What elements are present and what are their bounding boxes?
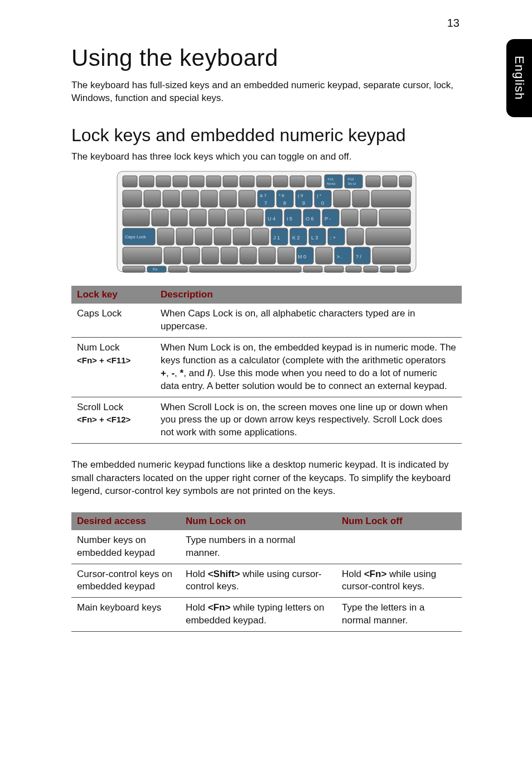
svg-rect-25 (182, 190, 199, 207)
key-combo: <Fn> (364, 569, 387, 579)
cell-text: , and (183, 368, 207, 378)
svg-rect-22 (123, 190, 142, 207)
keyboard-illustration: F11NumLk F12Scr Lk & 77 * 88 ( 99 ) *0 U… (116, 170, 417, 273)
table-row: Main keyboard keys Hold <Fn> while typin… (71, 598, 462, 632)
svg-rect-73 (347, 228, 364, 245)
cell-text: Hold (342, 569, 364, 579)
table-row: Scroll Lock <Fn> + <F12> When Scroll Loc… (71, 397, 462, 444)
cell-text: Hold (186, 602, 208, 613)
svg-rect-7 (223, 176, 238, 187)
svg-rect-57 (379, 209, 410, 226)
key-combo: <Fn> + <F12> (77, 415, 130, 424)
svg-text:* 8: * 8 (279, 193, 284, 198)
svg-rect-68 (252, 228, 269, 245)
svg-rect-84 (221, 247, 238, 264)
key-combo: <Fn> (208, 602, 231, 613)
svg-rect-63 (157, 228, 174, 245)
svg-rect-55 (341, 209, 358, 226)
svg-text:J  1: J 1 (273, 235, 280, 241)
table-cell: Hold <Fn> while typing letters on embedd… (180, 598, 336, 632)
svg-text:0: 0 (321, 200, 324, 206)
svg-rect-35 (371, 190, 410, 207)
svg-rect-98 (168, 266, 187, 272)
svg-rect-101 (325, 266, 344, 272)
language-tab: English (506, 39, 532, 117)
table-header: Description (155, 286, 462, 304)
svg-rect-27 (220, 190, 236, 207)
svg-rect-12 (307, 176, 321, 187)
table-cell: Main keyboard keys (71, 598, 180, 632)
svg-rect-81 (164, 247, 181, 264)
svg-rect-64 (176, 228, 193, 245)
svg-rect-82 (183, 247, 200, 264)
svg-text:& 7: & 7 (260, 193, 267, 198)
table-cell: Scroll Lock <Fn> + <F12> (71, 397, 155, 444)
svg-rect-1 (123, 176, 137, 187)
svg-rect-24 (163, 190, 180, 207)
body-paragraph: The embedded numeric keypad functions li… (71, 458, 462, 497)
page-title: Using the keyboard (71, 45, 462, 71)
cell-text: When Num Lock is on, the embedded keypad… (161, 342, 456, 366)
svg-text:)  *: ) * (317, 193, 321, 198)
key-combo: <Fn> + <F11> (77, 355, 130, 365)
svg-rect-56 (360, 209, 377, 226)
svg-rect-87 (278, 247, 294, 264)
svg-rect-33 (333, 190, 350, 207)
lock-keys-table: Lock key Description Caps Lock When Caps… (71, 286, 462, 444)
svg-rect-15 (366, 176, 380, 187)
cell-text: , (166, 368, 171, 378)
table-header: Num Lock on (180, 512, 336, 530)
svg-text:F12: F12 (348, 177, 354, 181)
svg-text:F11: F11 (328, 177, 334, 181)
svg-text:U 4: U 4 (268, 216, 275, 222)
svg-rect-28 (239, 190, 255, 207)
table-cell: Number keys on embedded keypad (71, 530, 180, 564)
svg-rect-47 (190, 209, 206, 226)
table-row: Number keys on embedded keypad Type numb… (71, 530, 462, 564)
svg-text:7: 7 (264, 200, 267, 206)
svg-text:Scr Lk: Scr Lk (348, 182, 356, 185)
svg-rect-89 (316, 247, 332, 264)
access-table: Desired access Num Lock on Num Lock off … (71, 512, 462, 632)
key-combo: <Shift> (208, 569, 240, 579)
section-heading: Lock keys and embedded numeric keypad (71, 125, 462, 146)
table-cell: Hold <Fn> while using cursor-control key… (336, 564, 462, 598)
svg-rect-49 (228, 209, 244, 226)
page-number: 13 (447, 17, 460, 30)
svg-rect-102 (346, 266, 361, 272)
cell-text: , (175, 368, 180, 378)
svg-rect-2 (139, 176, 154, 187)
svg-rect-5 (190, 176, 204, 187)
svg-text:L 3: L 3 (311, 235, 318, 241)
svg-rect-105 (397, 266, 410, 272)
svg-rect-67 (233, 228, 250, 245)
table-row: Num Lock <Fn> + <F11> When Num Lock is o… (71, 337, 462, 397)
svg-rect-50 (246, 209, 263, 226)
svg-text:9: 9 (302, 200, 305, 206)
svg-text:O 6: O 6 (306, 216, 314, 222)
svg-text::  +: : + (330, 235, 336, 241)
svg-rect-48 (209, 209, 225, 226)
svg-text:P  -: P - (325, 216, 331, 222)
key-name: Num Lock (77, 342, 120, 353)
page-content: Using the keyboard The keyboard has full… (71, 45, 462, 646)
cell-text: Hold (186, 569, 208, 579)
svg-rect-23 (144, 190, 161, 207)
svg-rect-44 (123, 209, 149, 226)
svg-rect-3 (156, 176, 171, 187)
svg-rect-16 (383, 176, 397, 187)
svg-text:K 2: K 2 (292, 235, 300, 241)
svg-rect-92 (373, 247, 410, 264)
svg-rect-103 (364, 266, 378, 272)
svg-rect-6 (206, 176, 221, 187)
svg-rect-45 (152, 209, 168, 226)
svg-text:Caps Lock: Caps Lock (125, 234, 147, 239)
table-cell: Hold <Shift> while using cursor-control … (180, 564, 336, 598)
svg-rect-104 (380, 266, 395, 272)
table-header: Lock key (71, 286, 155, 304)
key-name: Scroll Lock (77, 402, 123, 412)
svg-rect-65 (195, 228, 212, 245)
svg-rect-85 (240, 247, 257, 264)
svg-text:M 0: M 0 (298, 254, 306, 260)
svg-rect-17 (399, 176, 412, 187)
